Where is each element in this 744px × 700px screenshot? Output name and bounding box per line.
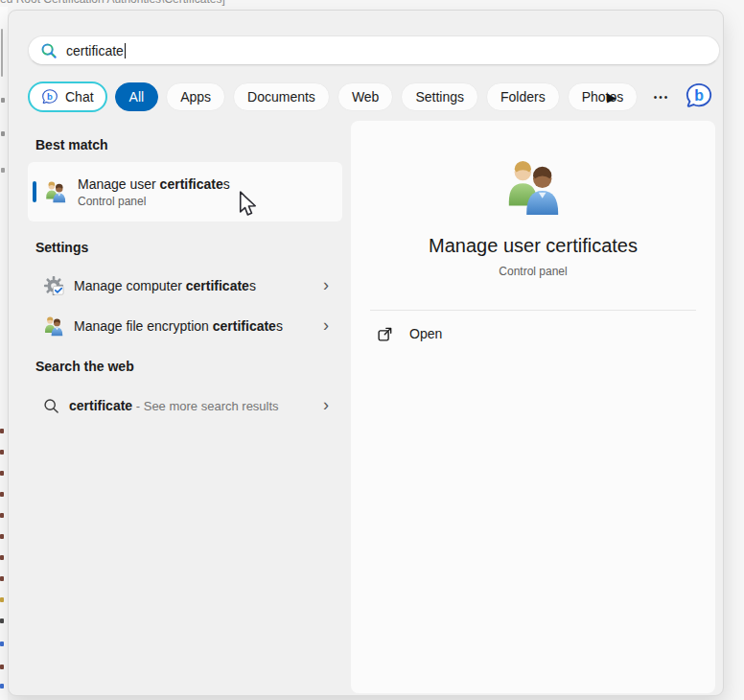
best-match-subtitle: Control panel: [78, 195, 230, 208]
result-manage-computer-certificates[interactable]: Manage computer certificates ›: [28, 267, 342, 305]
user-certificates-icon: [44, 180, 67, 203]
bing-logo-icon[interactable]: b: [683, 80, 715, 112]
tab-web[interactable]: Web: [337, 82, 394, 111]
search-gradient-icon: [40, 42, 58, 59]
result-manage-file-encryption-certificates[interactable]: Manage file encryption certificates ›: [28, 307, 342, 345]
search-input[interactable]: certificate: [28, 35, 720, 65]
preview-subtitle: Control panel: [351, 265, 715, 278]
search-the-web-header: Search the web: [35, 359, 134, 374]
text-caret: [125, 43, 127, 58]
background-window-sliver: [0, 7, 8, 700]
result-label: Manage file encryption certificates: [74, 318, 283, 334]
background-window-clipped-title: ed Root Certification Authorities\Certif…: [0, 0, 288, 7]
open-action[interactable]: Open: [362, 315, 704, 352]
tab-web-label: Web: [352, 89, 380, 105]
tab-settings-label: Settings: [415, 89, 464, 105]
search-flyout: certificate b Chat All Apps Documents We…: [8, 10, 724, 696]
svg-text:b: b: [47, 91, 53, 102]
tab-apps[interactable]: Apps: [166, 82, 225, 111]
chat-tab[interactable]: b Chat: [28, 82, 107, 112]
settings-header: Settings: [35, 240, 88, 255]
tab-documents[interactable]: Documents: [233, 82, 330, 111]
best-match-header: Best match: [35, 137, 107, 152]
svg-text:b: b: [694, 87, 704, 104]
chevron-right-icon[interactable]: ›: [323, 276, 329, 293]
bing-chat-icon: b: [41, 88, 58, 105]
best-match-item[interactable]: Manage user certificates Control panel: [28, 162, 342, 222]
user-certificates-large-icon: [503, 157, 563, 217]
best-match-title: Manage user certificates: [78, 176, 230, 192]
open-label: Open: [409, 326, 442, 341]
tab-folders[interactable]: Folders: [486, 82, 560, 111]
search-outline-icon: [43, 398, 59, 414]
tab-settings[interactable]: Settings: [401, 82, 478, 111]
gear-check-icon: [43, 275, 64, 296]
more-filters-arrow-icon[interactable]: ▶: [600, 86, 623, 107]
chat-tab-label: Chat: [65, 89, 94, 105]
filter-bar: b Chat All Apps Documents Web Settings F…: [28, 81, 638, 113]
result-label: Manage computer certificates: [74, 278, 256, 293]
chevron-right-icon[interactable]: ›: [323, 316, 329, 334]
preview-title: Manage user certificates: [351, 235, 715, 257]
search-query-text: certificate: [66, 43, 124, 58]
mouse-cursor: [239, 191, 258, 217]
tab-apps-label: Apps: [180, 89, 211, 105]
chevron-right-icon[interactable]: ›: [323, 396, 329, 413]
web-search-result[interactable]: certificate - See more search results ›: [28, 386, 342, 425]
selection-accent-bar: [33, 181, 36, 202]
users-icon: [43, 315, 64, 337]
tab-folders-label: Folders: [500, 89, 546, 105]
divider: [370, 310, 696, 311]
tab-all[interactable]: All: [115, 82, 159, 111]
tab-documents-label: Documents: [247, 89, 315, 105]
open-external-icon: [377, 326, 393, 342]
tab-all-label: All: [129, 89, 145, 105]
preview-panel: Manage user certificates Control panel O…: [351, 121, 715, 693]
web-search-label: certificate - See more search results: [69, 398, 279, 413]
more-options-ellipsis-icon[interactable]: •••: [645, 86, 678, 107]
